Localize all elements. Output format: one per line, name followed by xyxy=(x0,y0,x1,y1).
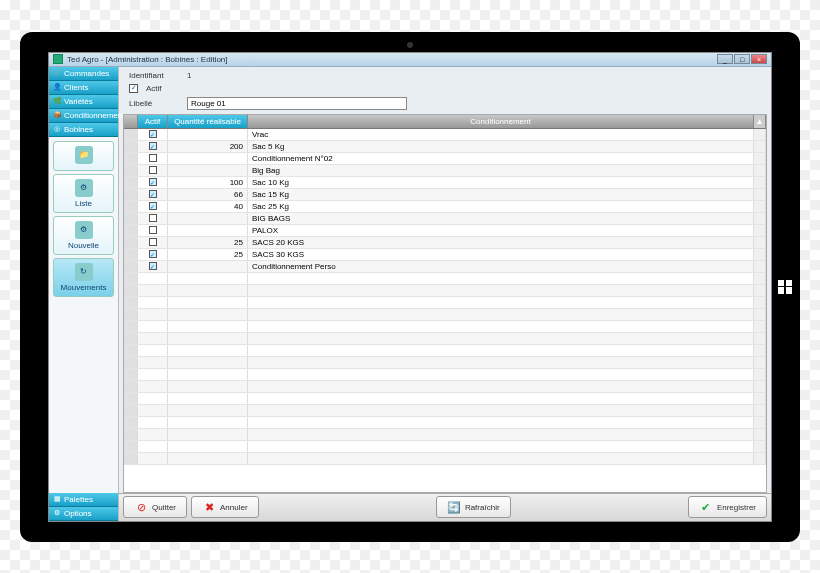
cell-cond xyxy=(248,333,754,344)
grid-header-actif[interactable]: Actif xyxy=(138,115,168,128)
grid-header-qty[interactable]: Quantité réalisable xyxy=(168,115,248,128)
enregistrer-button[interactable]: ✔Enregistrer xyxy=(688,496,767,518)
table-row[interactable]: Conditionnement N°02 xyxy=(124,153,766,165)
row-checkbox[interactable]: ✓ xyxy=(149,130,157,138)
table-row[interactable]: ✓200Sac 5 Kg xyxy=(124,141,766,153)
close-button[interactable]: × xyxy=(751,54,767,64)
row-selector[interactable] xyxy=(124,249,138,260)
cell-qty xyxy=(168,393,248,404)
nav-commandes[interactable]: 🛒Commandes xyxy=(49,67,118,81)
cell-qty[interactable]: 200 xyxy=(168,141,248,152)
cell-qty[interactable] xyxy=(168,261,248,272)
row-checkbox[interactable] xyxy=(149,238,157,246)
row-selector xyxy=(124,345,138,356)
row-checkbox[interactable] xyxy=(149,214,157,222)
table-row[interactable]: ✓40Sac 25 Kg xyxy=(124,201,766,213)
row-selector[interactable] xyxy=(124,165,138,176)
cell-cond[interactable]: BIG BAGS xyxy=(248,213,754,224)
cell-qty[interactable] xyxy=(168,165,248,176)
cell-qty xyxy=(168,321,248,332)
libelle-input[interactable] xyxy=(187,97,407,110)
grid-header-cond[interactable]: Conditionnement xyxy=(248,115,754,128)
cell-cond[interactable]: PALOX xyxy=(248,225,754,236)
row-selector[interactable] xyxy=(124,189,138,200)
cell-cond[interactable]: SACS 30 KGS xyxy=(248,249,754,260)
cell-cond[interactable]: Conditionnement N°02 xyxy=(248,153,754,164)
row-checkbox[interactable]: ✓ xyxy=(149,142,157,150)
row-selector[interactable] xyxy=(124,213,138,224)
cell-qty[interactable] xyxy=(168,213,248,224)
cell-cond[interactable]: Sac 10 Kg xyxy=(248,177,754,188)
cell-qty xyxy=(168,273,248,284)
cell-cond[interactable]: Sac 25 Kg xyxy=(248,201,754,212)
cell-cond[interactable]: Big Bag xyxy=(248,165,754,176)
tool-default[interactable]: 📁 xyxy=(53,141,114,171)
row-selector[interactable] xyxy=(124,261,138,272)
active-checkbox[interactable]: ✓ xyxy=(129,84,138,93)
row-selector[interactable] xyxy=(124,177,138,188)
tool-mouvements[interactable]: ↻Mouvements xyxy=(53,258,114,297)
cell-cond[interactable]: Vrac xyxy=(248,129,754,140)
cell-qty[interactable]: 66 xyxy=(168,189,248,200)
nav-palettes[interactable]: ▦Palettes xyxy=(49,493,118,507)
table-row[interactable]: ✓Vrac xyxy=(124,129,766,141)
table-row[interactable]: ✓Conditionnement Perso xyxy=(124,261,766,273)
tool-nouvelle[interactable]: ⚙Nouvelle xyxy=(53,216,114,255)
row-checkbox[interactable]: ✓ xyxy=(149,250,157,258)
row-checkbox[interactable]: ✓ xyxy=(149,178,157,186)
row-selector[interactable] xyxy=(124,141,138,152)
cell-qty[interactable]: 100 xyxy=(168,177,248,188)
annuler-button[interactable]: ✖Annuler xyxy=(191,496,259,518)
maximize-button[interactable]: □ xyxy=(734,54,750,64)
row-checkbox[interactable]: ✓ xyxy=(149,202,157,210)
row-checkbox[interactable]: ✓ xyxy=(149,190,157,198)
table-row[interactable]: ✓100Sac 10 Kg xyxy=(124,177,766,189)
table-row[interactable]: Big Bag xyxy=(124,165,766,177)
table-row[interactable]: BIG BAGS xyxy=(124,213,766,225)
rafraichir-button[interactable]: 🔄Rafraîchir xyxy=(436,496,511,518)
leaf-icon: 🌿 xyxy=(53,97,61,105)
windows-button[interactable] xyxy=(778,280,792,294)
cell-qty[interactable] xyxy=(168,225,248,236)
nav-bobines[interactable]: ◎Bobines xyxy=(49,123,118,137)
row-selector[interactable] xyxy=(124,237,138,248)
cell-scroll xyxy=(754,357,766,368)
table-row[interactable]: ✓66Sac 15 Kg xyxy=(124,189,766,201)
cell-scroll xyxy=(754,309,766,320)
tool-liste[interactable]: ⚙Liste xyxy=(53,174,114,213)
cell-qty xyxy=(168,441,248,452)
row-checkbox[interactable]: ✓ xyxy=(149,262,157,270)
row-selector[interactable] xyxy=(124,201,138,212)
table-row[interactable]: PALOX xyxy=(124,225,766,237)
row-selector[interactable] xyxy=(124,225,138,236)
nav-options[interactable]: ⚙Options xyxy=(49,507,118,521)
box-icon: 📦 xyxy=(53,111,61,119)
cell-cond[interactable]: Sac 5 Kg xyxy=(248,141,754,152)
cell-cond[interactable]: SACS 20 KGS xyxy=(248,237,754,248)
grid: Actif Quantité réalisable Conditionnemen… xyxy=(123,114,767,493)
cell-qty[interactable]: 25 xyxy=(168,249,248,260)
table-row[interactable]: 25SACS 20 KGS xyxy=(124,237,766,249)
nav-varietes[interactable]: 🌿Variétés xyxy=(49,95,118,109)
grid-header-selector xyxy=(124,115,138,128)
row-selector[interactable] xyxy=(124,129,138,140)
quitter-button[interactable]: ⊘Quitter xyxy=(123,496,187,518)
cell-scroll xyxy=(754,165,766,176)
row-checkbox[interactable] xyxy=(149,154,157,162)
cell-scroll xyxy=(754,237,766,248)
table-row[interactable]: ✓25SACS 30 KGS xyxy=(124,249,766,261)
row-checkbox[interactable] xyxy=(149,226,157,234)
cell-cond[interactable]: Sac 15 Kg xyxy=(248,189,754,200)
cell-qty[interactable]: 40 xyxy=(168,201,248,212)
row-checkbox[interactable] xyxy=(149,166,157,174)
minimize-button[interactable]: _ xyxy=(717,54,733,64)
nav-conditionnements[interactable]: 📦Conditionnements xyxy=(49,109,118,123)
row-selector[interactable] xyxy=(124,153,138,164)
cell-qty[interactable]: 25 xyxy=(168,237,248,248)
table-row xyxy=(124,369,766,381)
nav-clients[interactable]: 👤Clients xyxy=(49,81,118,95)
cell-qty[interactable] xyxy=(168,129,248,140)
cell-qty[interactable] xyxy=(168,153,248,164)
cell-qty xyxy=(168,429,248,440)
cell-cond[interactable]: Conditionnement Perso xyxy=(248,261,754,272)
